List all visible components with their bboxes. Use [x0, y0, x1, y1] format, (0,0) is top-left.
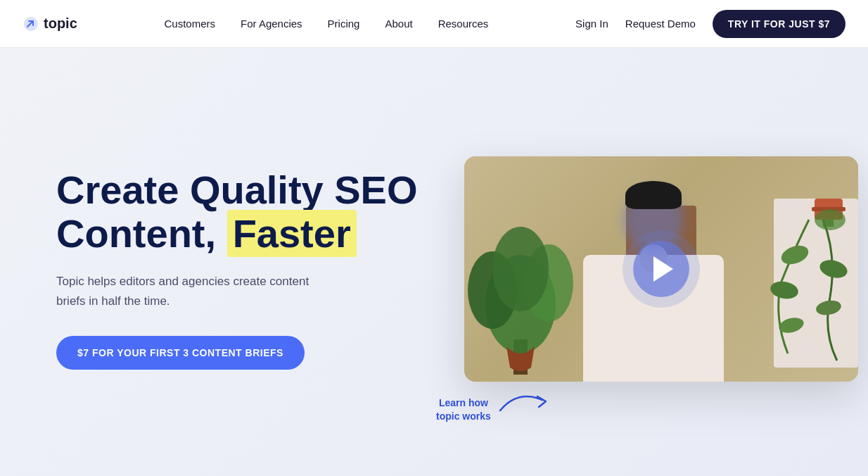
nav-cta-group: Sign In Request Demo TRY IT FOR JUST $7 [575, 10, 845, 38]
nav-for-agencies[interactable]: For Agencies [241, 18, 302, 30]
hero-title-line1: Create Quality SEO [56, 168, 418, 212]
arrow-icon [497, 386, 553, 421]
hero-title-highlight: Faster [227, 210, 357, 257]
play-button[interactable] [633, 241, 689, 297]
sign-in-link[interactable]: Sign In [575, 18, 608, 30]
play-overlay [464, 156, 858, 382]
hero-title: Create Quality SEO Content, Faster [56, 168, 422, 255]
logo-icon [23, 15, 39, 32]
navbar: topic Customers For Agencies Pricing Abo… [0, 0, 868, 48]
video-container[interactable] [464, 156, 858, 382]
learn-line2: topic works [436, 411, 491, 422]
cta-button[interactable]: $7 FOR YOUR FIRST 3 CONTENT BRIEFS [56, 336, 305, 370]
try-button[interactable]: TRY IT FOR JUST $7 [713, 10, 845, 38]
hero-section: Create Quality SEO Content, Faster Topic… [0, 48, 868, 476]
learn-label: Learn how topic works [436, 386, 553, 424]
logo-text: topic [44, 15, 77, 32]
nav-links: Customers For Agencies Pricing About Res… [165, 18, 489, 30]
nav-resources[interactable]: Resources [438, 18, 489, 30]
learn-line1: Learn how [439, 397, 488, 408]
nav-customers[interactable]: Customers [165, 18, 216, 30]
logo-link[interactable]: topic [23, 15, 77, 32]
hero-subtitle: Topic helps editors and agencies create … [56, 272, 324, 310]
play-icon [653, 256, 673, 282]
hero-left: Create Quality SEO Content, Faster Topic… [56, 168, 422, 370]
nav-pricing[interactable]: Pricing [328, 18, 360, 30]
learn-text: Learn how topic works [436, 396, 491, 424]
hero-right: Learn how topic works [464, 156, 858, 382]
hero-title-line2-prefix: Content, [56, 211, 227, 256]
request-demo-link[interactable]: Request Demo [625, 18, 696, 30]
nav-about[interactable]: About [385, 18, 412, 30]
